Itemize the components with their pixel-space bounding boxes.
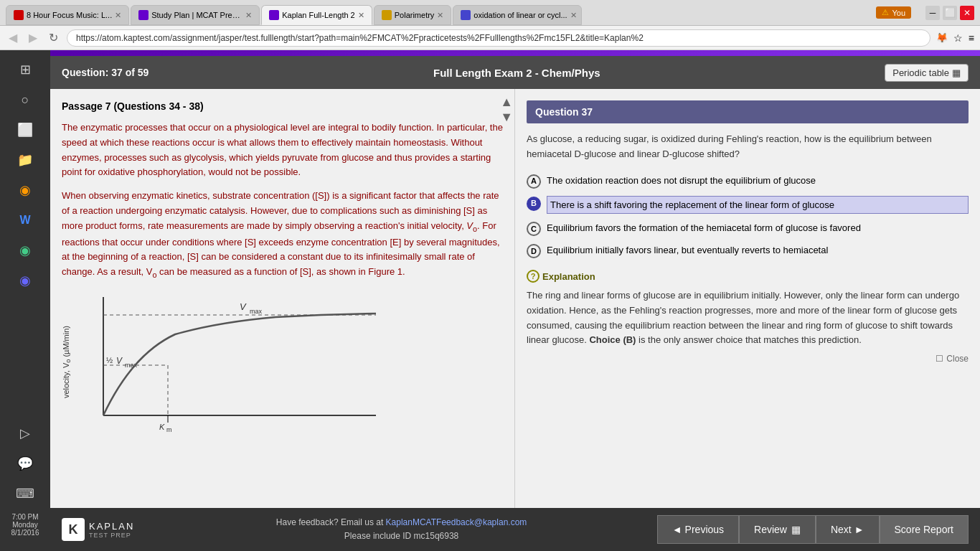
tab-studyplan-close[interactable]: ✕ — [245, 11, 252, 20]
passage-paragraph-1: The enzymatic processes that occur on a … — [62, 121, 503, 180]
explanation-text: The ring and linear forms of glucose are… — [527, 288, 969, 348]
sidebar-icon-chrome[interactable]: ◉ — [8, 237, 42, 264]
menu-icon[interactable]: ≡ — [969, 32, 974, 44]
tab-oxidation-close[interactable]: ✕ — [570, 11, 577, 20]
explanation-icon: ? — [527, 270, 540, 283]
time-display: 7:00 PM Monday 8/1/2016 — [8, 510, 42, 540]
maximize-button[interactable]: ⬜ — [943, 6, 957, 20]
review-label: Review — [754, 524, 787, 535]
browser-addressbar: ◀ ▶ ↻ 🦊 ☆ ≡ — [0, 26, 980, 50]
kaplan-name: KAPLAN — [89, 521, 134, 532]
feedback-line2: Please include ID mc15q6938 — [146, 529, 657, 543]
tab-youtube-label: 8 Hour Focus Music: L... — [27, 11, 112, 19]
close-explanation-button[interactable]: ☐ Close — [527, 354, 969, 364]
question-header: Question 37 — [527, 100, 969, 123]
youtube-favicon — [14, 10, 24, 20]
option-text-c: Equilibrium favors the formation of the … — [547, 221, 969, 235]
feedback-email[interactable]: KaplanMCATFeedback@kaplan.com — [386, 517, 527, 527]
periodic-table-label: Periodic table — [892, 67, 949, 78]
browser-tabs: 8 Hour Focus Music: L... ✕ Study Plan | … — [6, 0, 873, 25]
tab-oxidation-label: oxidation of linear or cycl... — [473, 11, 567, 19]
day-text: Monday — [8, 521, 42, 529]
explanation-choice-b: Choice (B) — [589, 334, 636, 345]
sidebar-icon-word[interactable]: W — [8, 207, 42, 234]
passage-text-highlight-2: When observing enzymatic kinetics, subst… — [62, 190, 500, 277]
tab-polarimetry[interactable]: Polarimetry ✕ — [374, 5, 452, 25]
browser-titlebar: 8 Hour Focus Music: L... ✕ Study Plan | … — [0, 0, 980, 26]
sidebar-icon-grid[interactable]: ⊞ — [8, 56, 42, 83]
sidebar-icon-firefox[interactable]: ◉ — [8, 176, 42, 204]
sidebar-icon-square[interactable]: ⬜ — [8, 116, 42, 143]
answer-option-a[interactable]: A The oxidation reaction does not disrup… — [527, 174, 969, 189]
sidebar-icon-expand[interactable]: ▷ — [8, 420, 42, 447]
option-circle-d: D — [527, 244, 541, 258]
tab-studyplan[interactable]: Study Plan | MCAT Prep -... ✕ — [131, 5, 260, 25]
kaplan-subtitle: TEST PREP — [89, 532, 134, 539]
oxidation-favicon — [461, 10, 471, 20]
tab-kaplan-close[interactable]: ✕ — [358, 11, 364, 20]
y-axis-label: velocity, Vo (µM/min) — [62, 326, 72, 398]
polarimetry-favicon — [382, 10, 392, 20]
content-area: ▲▼ Passage 7 (Questions 34 - 38) The enz… — [50, 89, 980, 508]
svg-text:½: ½ — [106, 356, 113, 364]
close-label: Close — [946, 354, 969, 364]
user-badge: ⚠ You — [876, 6, 911, 19]
exam-title: Full Length Exam 2 - Chem/Phys — [149, 67, 885, 79]
explanation-section: ? Explanation The ring and linear forms … — [527, 270, 969, 364]
nav-buttons: ◄ Previous Review ▦ Next ► Score Report — [657, 515, 969, 544]
footer: K KAPLAN TEST PREP Have feedback? Email … — [50, 508, 980, 551]
firefox-icon: 🦊 — [936, 32, 948, 43]
explanation-label: ? Explanation — [527, 270, 969, 283]
sidebar: ⊞ ○ ⬜ 📁 ◉ W ◉ ◉ ▷ 💬 ⌨ 7:00 PM Monday 8/1… — [0, 50, 50, 551]
svg-text:max: max — [250, 308, 263, 315]
feedback-area: Have feedback? Email us at KaplanMCATFee… — [146, 516, 657, 543]
answer-option-d[interactable]: D Equilibrium initially favors linear, b… — [527, 243, 969, 258]
sidebar-icon-folder[interactable]: 📁 — [8, 146, 42, 174]
tab-youtube-close[interactable]: ✕ — [115, 11, 121, 20]
close-checkbox-icon: ☐ — [936, 354, 943, 364]
tab-studyplan-label: Study Plan | MCAT Prep -... — [151, 11, 242, 19]
svg-text:m: m — [166, 426, 172, 433]
previous-button[interactable]: ◄ Previous — [657, 515, 739, 544]
kinetics-graph: V max ½ V max K m — [75, 290, 383, 433]
tab-polarimetry-close[interactable]: ✕ — [437, 11, 443, 20]
tab-kaplan-fl2[interactable]: Kaplan Full-Length 2 ✕ — [261, 5, 372, 25]
explanation-label-text: Explanation — [542, 271, 595, 282]
tab-oxidation[interactable]: oxidation of linear or cycl... ✕ — [453, 5, 582, 25]
bookmark-icon[interactable]: ☆ — [953, 32, 963, 44]
option-circle-c: C — [527, 222, 541, 236]
user-badge-label: You — [892, 9, 905, 17]
score-report-button[interactable]: Score Report — [880, 515, 969, 544]
sidebar-icon-circle[interactable]: ○ — [8, 86, 42, 113]
option-text-a: The oxidation reaction does not disrupt … — [547, 174, 969, 188]
answer-option-b[interactable]: B There is a shift favoring the replacem… — [527, 196, 969, 215]
sidebar-icon-keyboard[interactable]: ⌨ — [8, 480, 42, 507]
option-text-b: There is a shift favoring the replacemen… — [547, 196, 969, 215]
window-controls: ─ ⬜ ✕ — [925, 6, 974, 20]
kaplan-logo: K KAPLAN TEST PREP — [62, 518, 134, 541]
close-window-button[interactable]: ✕ — [960, 6, 974, 20]
passage-panel: ▲▼ Passage 7 (Questions 34 - 38) The enz… — [50, 89, 515, 508]
tab-polarimetry-label: Polarimetry — [395, 11, 435, 19]
periodic-table-button[interactable]: Periodic table ▦ — [885, 64, 969, 82]
sidebar-icon-app[interactable]: ◉ — [8, 267, 42, 294]
minimize-button[interactable]: ─ — [925, 6, 940, 20]
kaplan-k-logo: K — [62, 518, 85, 541]
sidebar-icon-chat[interactable]: 💬 — [8, 450, 42, 477]
option-circle-b: B — [527, 197, 541, 211]
back-button[interactable]: ◀ — [6, 29, 20, 46]
svg-text:V: V — [116, 356, 123, 366]
studyplan-favicon — [138, 10, 149, 20]
next-button[interactable]: Next ► — [816, 515, 880, 544]
tab-youtube[interactable]: 8 Hour Focus Music: L... ✕ — [6, 5, 129, 25]
refresh-button[interactable]: ↻ — [46, 29, 61, 46]
address-bar-input[interactable] — [67, 29, 930, 47]
periodic-table-icon: ▦ — [952, 67, 961, 78]
forward-button[interactable]: ▶ — [26, 29, 40, 46]
passage-title: Passage 7 (Questions 34 - 38) — [62, 100, 503, 112]
kaplan-purple-bar — [50, 50, 980, 56]
review-button[interactable]: Review ▦ — [739, 515, 816, 544]
scroll-indicator: ▲▼ — [500, 95, 513, 125]
answer-option-c[interactable]: C Equilibrium favors the formation of th… — [527, 221, 969, 236]
passage-paragraph-2: When observing enzymatic kinetics, subst… — [62, 189, 503, 281]
